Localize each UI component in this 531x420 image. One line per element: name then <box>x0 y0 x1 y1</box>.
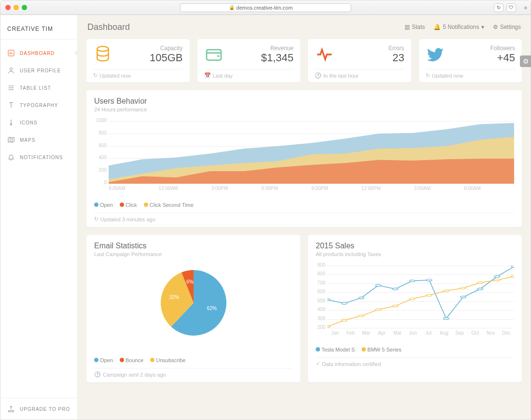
svg-point-9 <box>359 297 364 299</box>
legend-dot <box>316 347 320 352</box>
svg-point-15 <box>461 296 466 298</box>
card-title: 2015 Sales <box>316 242 514 250</box>
legend-dot <box>362 347 366 352</box>
sidebar-item-user-profile[interactable]: USER PROFILE <box>0 62 77 79</box>
stat-value: 105GB <box>150 52 183 64</box>
stat-value: +45 <box>490 52 515 64</box>
sidebar-item-table-list[interactable]: TABLE LIST <box>0 79 77 96</box>
legend-item: Click Second Time <box>144 202 194 208</box>
stat-card-pulse: Errors23 🕐In the last hour <box>308 39 411 82</box>
legend-dot <box>120 203 124 207</box>
close-window-button[interactable] <box>5 5 11 10</box>
theme-settings-button[interactable]: ⚙ <box>520 55 531 67</box>
chart-icon <box>7 49 15 57</box>
maximize-window-button[interactable] <box>22 5 27 10</box>
sidebar-item-label: USER PROFILE <box>20 68 61 73</box>
card-subtitle: 24 Hours performance <box>94 107 514 112</box>
stat-label: Errors <box>389 45 405 52</box>
address-bar[interactable]: demos.creative-tim.com <box>180 3 351 12</box>
sidebar-item-icons[interactable]: ICONS <box>0 114 77 131</box>
stat-label: Capacity <box>150 45 183 52</box>
refresh-icon: 🕐 <box>315 72 321 79</box>
upload-icon <box>7 405 15 413</box>
stat-card-twitter: Followers+45 ↻Updated now <box>419 39 522 82</box>
sidebar-item-label: MAPS <box>20 137 35 143</box>
card-title: Email Statistics <box>94 242 293 250</box>
svg-text:6%: 6% <box>186 279 193 285</box>
notifications-dropdown[interactable]: 🔔5 Notifications ▾ <box>433 24 484 30</box>
svg-point-25 <box>426 294 432 296</box>
refresh-icon: ↻ <box>426 72 430 79</box>
svg-point-23 <box>392 305 398 307</box>
svg-point-12 <box>409 280 415 282</box>
legend-item: Bounce <box>120 357 143 363</box>
svg-point-24 <box>409 298 415 300</box>
stat-value: 23 <box>389 52 405 64</box>
stat-footer: Last day <box>213 73 233 79</box>
stat-label: Followers <box>490 45 515 52</box>
users-behavior-card: Users Behavior 24 Hours performance 0200… <box>86 90 522 227</box>
chevron-down-icon: ▾ <box>481 24 484 30</box>
sidebar-item-dashboard[interactable]: DASHBOARD <box>0 44 77 62</box>
sidebar-footer-label: UPGRADE TO PRO <box>20 406 70 412</box>
svg-point-19 <box>327 325 330 327</box>
legend-dot <box>94 203 98 207</box>
svg-point-30 <box>511 275 514 277</box>
sidebar-item-notifications[interactable]: NOTIFICATIONS <box>0 149 77 166</box>
svg-point-7 <box>327 299 330 301</box>
stat-card-wallet: Revenue$1,345 📅Last day <box>197 39 301 82</box>
minimize-window-button[interactable] <box>14 5 19 10</box>
stat-value: $1,345 <box>261 52 293 64</box>
wallet-icon <box>204 45 224 64</box>
svg-point-14 <box>443 318 449 320</box>
svg-point-26 <box>443 290 449 292</box>
svg-point-18 <box>511 266 514 268</box>
browser-chrome: demos.creative-tim.com ↻ 🛡 + <box>0 0 531 15</box>
card-title: Users Behavior <box>94 97 514 106</box>
sidebar-item-label: DASHBOARD <box>20 51 55 56</box>
legend-item: Tesla Model S <box>316 347 355 352</box>
legend-item: BMW 5 Series <box>362 347 401 352</box>
svg-text:32%: 32% <box>169 295 179 300</box>
legend-dot <box>144 203 148 207</box>
sales-card: 2015 Sales All products including Taxes … <box>308 235 522 382</box>
brand-logo[interactable]: CREATIVE TIM <box>0 15 77 40</box>
sidebar-item-typography[interactable]: TYPOGRAPHY <box>0 96 77 114</box>
sidebar-item-label: ICONS <box>20 120 38 125</box>
upgrade-to-pro-button[interactable]: UPGRADE TO PRO <box>0 398 77 420</box>
stat-label: Revenue <box>261 45 293 52</box>
list-icon <box>7 84 15 92</box>
gear-icon: ⚙ <box>493 24 498 30</box>
card-footer: Updated 3 minutes ago <box>100 217 155 222</box>
refresh-icon: ↻ <box>93 72 98 79</box>
legend-dot <box>150 358 154 362</box>
card-subtitle: All products including Taxes <box>316 251 514 257</box>
settings-link[interactable]: ⚙Settings <box>493 24 521 30</box>
svg-point-29 <box>494 279 500 281</box>
bell-icon: 🔔 <box>433 24 441 30</box>
svg-text:62%: 62% <box>207 306 216 311</box>
new-tab-button[interactable]: + <box>524 4 528 12</box>
svg-point-2 <box>97 46 108 51</box>
stat-card-database: Capacity105GB ↻Updated now <box>86 39 190 82</box>
card-footer: Data information certified <box>322 361 381 367</box>
shield-icon[interactable]: 🛡 <box>506 3 516 12</box>
check-icon: ✓ <box>316 361 320 367</box>
svg-point-27 <box>461 287 466 289</box>
bell-icon <box>7 153 15 161</box>
sidebar-item-label: NOTIFICATIONS <box>20 155 63 160</box>
sidebar-item-label: TYPOGRAPHY <box>20 103 58 108</box>
stats-link[interactable]: ▥Stats <box>405 24 425 30</box>
refresh-icon: 📅 <box>204 72 211 79</box>
pulse-icon <box>315 45 334 64</box>
card-subtitle: Last Campaign Performance <box>94 251 293 257</box>
clock-icon: ↻ <box>94 216 98 222</box>
refresh-icon[interactable]: ↻ <box>494 3 503 12</box>
map-icon <box>7 136 15 144</box>
legend-item: Click <box>120 202 137 208</box>
sidebar-item-maps[interactable]: MAPS <box>0 131 77 149</box>
pencil-icon <box>7 119 15 126</box>
legend-dot <box>120 358 124 362</box>
typography-icon <box>7 101 15 109</box>
clock-icon: 🕐 <box>94 371 101 378</box>
